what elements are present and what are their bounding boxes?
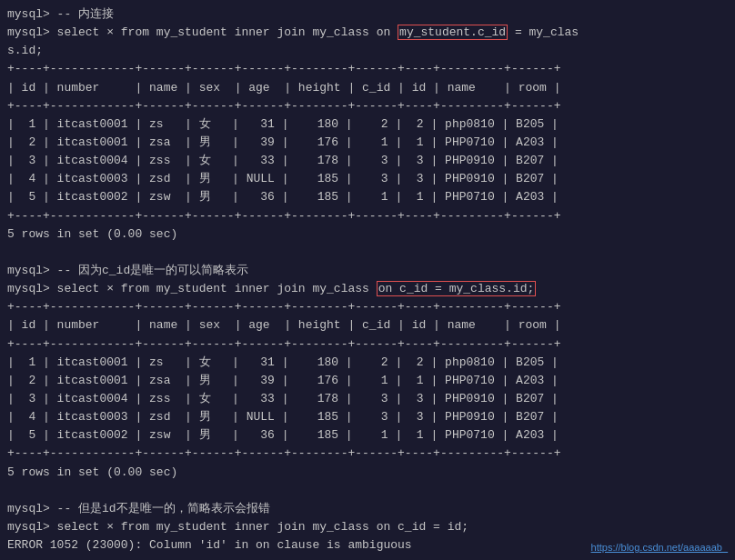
terminal-window: mysql> -- 内连接 mysql> select × from my_st… xyxy=(0,0,735,560)
result-info-2: 5 rows in set (0.00 sec) xyxy=(7,464,728,482)
table-divider-5: +----+------------+------+------+------+… xyxy=(7,335,728,354)
result-info-1: 5 rows in set (0.00 sec) xyxy=(7,225,728,244)
line-comment-3: mysql> -- 但是id不是唯一的，简略表示会报错 xyxy=(7,500,728,518)
table-row: | 5 | itcast0002 | zsw | 男 | 36 | 185 | … xyxy=(7,426,728,445)
table-row: | 2 | itcast0001 | zsa | 男 | 39 | 176 | … xyxy=(7,134,728,152)
table-row: | 3 | itcast0004 | zss | 女 | 33 | 178 | … xyxy=(7,152,728,170)
line-comment-2: mysql> -- 因为c_id是唯一的可以简略表示 xyxy=(7,262,728,280)
line-1: mysql> -- 内连接 xyxy=(7,5,728,24)
sql-prompt: mysql> select × from my_student inner jo… xyxy=(7,25,579,40)
table-divider-4: +----+------------+------+------+------+… xyxy=(7,298,728,316)
line-sql-3: mysql> select × from my_student inner jo… xyxy=(7,518,728,536)
table-header-1: | id | number | name | sex | age | heigh… xyxy=(7,79,728,97)
blank-line-1 xyxy=(7,244,728,262)
table-divider-6: +----+------------+------+------+------+… xyxy=(7,445,728,463)
table-row: | 1 | itcast0001 | zs | 女 | 31 | 180 | 2… xyxy=(7,354,728,372)
table-divider-2: +----+------------+------+------+------+… xyxy=(7,97,728,115)
line-2: mysql> select × from my_student inner jo… xyxy=(7,24,728,42)
table-header-2: | id | number | name | sex | age | heigh… xyxy=(7,316,728,335)
table-row: | 5 | itcast0002 | zsw | 男 | 36 | 185 | … xyxy=(7,188,728,206)
table-divider-1: +----+------------+------+------+------+… xyxy=(7,60,728,78)
highlight-on-cid: on c_id = my_class.id; xyxy=(377,281,537,296)
table-row: | 4 | itcast0003 | zsd | 男 | NULL | 185 … xyxy=(7,408,728,426)
prompt-label: mysql> -- 内连接 xyxy=(7,7,114,21)
watermark: https://blog.csdn.net/aaaaaab_ xyxy=(591,542,728,553)
table-row: | 3 | itcast0004 | zss | 女 | 33 | 178 | … xyxy=(7,390,728,408)
highlight-student-cid: my_student.c_id xyxy=(398,25,508,40)
table-row: | 2 | itcast0001 | zsa | 男 | 39 | 176 | … xyxy=(7,372,728,390)
line-sql-2: mysql> select × from my_student inner jo… xyxy=(7,280,728,298)
table-row: | 4 | itcast0003 | zsd | 男 | NULL | 185 … xyxy=(7,170,728,188)
line-3: s.id; xyxy=(7,42,728,60)
blank-line-2 xyxy=(7,482,728,500)
table-row: | 1 | itcast0001 | zs | 女 | 31 | 180 | 2… xyxy=(7,115,728,134)
table-divider-3: +----+------------+------+------+------+… xyxy=(7,207,728,225)
